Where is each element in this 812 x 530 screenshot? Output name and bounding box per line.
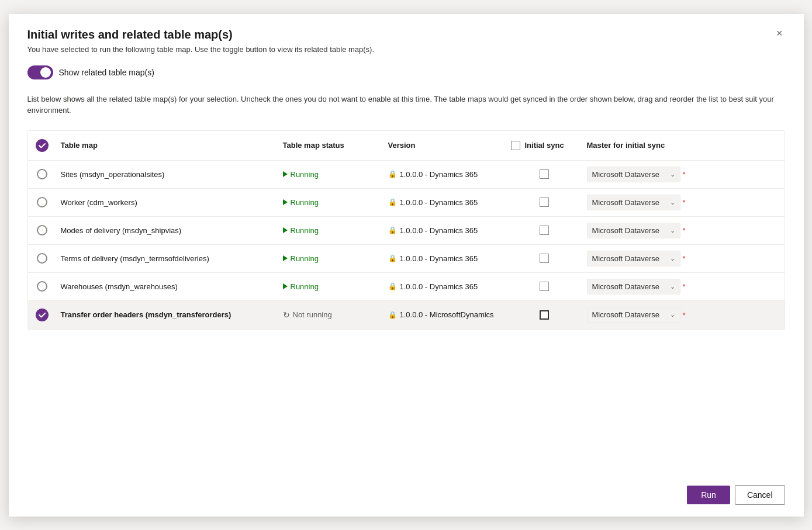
row-status-worker: Running bbox=[278, 193, 383, 212]
table-row: Terms of delivery (msdyn_termsofdeliveri… bbox=[28, 245, 785, 273]
run-button[interactable]: Run bbox=[687, 486, 730, 504]
table-row: Worker (cdm_workers) Running 🔒 1.0.0.0 -… bbox=[28, 189, 785, 217]
show-related-toggle[interactable] bbox=[27, 65, 53, 79]
play-icon-worker bbox=[283, 199, 288, 205]
toggle-label: Show related table map(s) bbox=[59, 68, 154, 77]
status-running-terms: Running bbox=[283, 254, 319, 263]
checkbox-initial-sync-terms[interactable] bbox=[540, 254, 549, 263]
red-star-worker: * bbox=[682, 198, 685, 207]
status-running-worker: Running bbox=[283, 198, 319, 207]
sync-icon-transfer: ↻ bbox=[283, 310, 290, 320]
dialog-header: Initial writes and related table map(s) … bbox=[27, 28, 785, 41]
row-version-sites: 🔒 1.0.0.0 - Dynamics 365 bbox=[383, 165, 506, 183]
table-container: Table map Table map status Version Initi… bbox=[27, 130, 785, 330]
row-check-transfer[interactable] bbox=[28, 304, 56, 326]
row-name-modes: Modes of delivery (msdyn_shipvias) bbox=[56, 221, 278, 240]
row-master-sites: Microsoft Dataverse ⌄ * bbox=[582, 162, 785, 187]
table-header: Table map Table map status Version Initi… bbox=[28, 131, 785, 161]
dropdown-master-worker[interactable]: Microsoft Dataverse ⌄ * bbox=[587, 195, 680, 210]
row-status-sites: Running bbox=[278, 165, 383, 183]
dropdown-master-sites[interactable]: Microsoft Dataverse ⌄ * bbox=[587, 167, 680, 182]
col-initial-sync: Initial sync bbox=[506, 137, 582, 154]
dialog-title: Initial writes and related table map(s) bbox=[27, 28, 233, 41]
close-button[interactable]: × bbox=[774, 28, 785, 39]
row-radio-modes[interactable] bbox=[28, 220, 56, 240]
footer: Run Cancel bbox=[687, 485, 785, 505]
col-table-map: Table map bbox=[56, 137, 278, 153]
header-initial-sync-checkbox[interactable] bbox=[511, 141, 520, 150]
row-name-worker: Worker (cdm_workers) bbox=[56, 193, 278, 212]
row-radio-sites[interactable] bbox=[28, 164, 56, 184]
dialog: Initial writes and related table map(s) … bbox=[9, 14, 804, 517]
dropdown-master-terms[interactable]: Microsoft Dataverse ⌄ * bbox=[587, 251, 680, 266]
red-star-terms: * bbox=[682, 254, 685, 263]
status-running-sites: Running bbox=[283, 170, 319, 179]
row-master-transfer: Microsoft Dataverse ⌄ * bbox=[582, 302, 785, 327]
dropdown-master-transfer[interactable]: Microsoft Dataverse ⌄ * bbox=[587, 307, 680, 323]
radio-warehouses[interactable] bbox=[37, 281, 47, 292]
row-initial-sync-warehouses[interactable] bbox=[506, 277, 582, 296]
row-version-modes: 🔒 1.0.0.0 - Dynamics 365 bbox=[383, 221, 506, 240]
row-name-transfer: Transfer order headers (msdyn_transferor… bbox=[56, 306, 278, 324]
row-master-terms: Microsoft Dataverse ⌄ * bbox=[582, 246, 785, 271]
col-status: Table map status bbox=[278, 137, 383, 153]
radio-modes[interactable] bbox=[37, 225, 47, 235]
header-select-all bbox=[28, 136, 56, 155]
radio-terms[interactable] bbox=[37, 253, 47, 264]
row-name-warehouses: Warehouses (msdyn_warehouses) bbox=[56, 278, 278, 296]
col-master: Master for initial sync bbox=[582, 137, 785, 153]
row-initial-sync-transfer[interactable] bbox=[506, 306, 582, 324]
lock-icon-terms: 🔒 bbox=[388, 254, 397, 262]
chevron-down-transfer: ⌄ bbox=[670, 311, 675, 318]
checkbox-initial-sync-transfer[interactable] bbox=[540, 310, 549, 320]
select-all-check[interactable] bbox=[36, 139, 49, 152]
checkbox-initial-sync-worker[interactable] bbox=[540, 198, 549, 207]
status-not-running-transfer: ↻ Not running bbox=[283, 310, 332, 320]
cancel-button[interactable]: Cancel bbox=[735, 485, 785, 505]
play-icon-modes bbox=[283, 227, 288, 233]
dialog-subtitle: You have selected to run the following t… bbox=[27, 45, 785, 54]
checkbox-initial-sync-modes[interactable] bbox=[540, 226, 549, 235]
lock-icon-sites: 🔒 bbox=[388, 170, 397, 178]
row-status-terms: Running bbox=[278, 250, 383, 268]
checkmark-transfer[interactable] bbox=[36, 309, 49, 321]
red-star-warehouses: * bbox=[682, 282, 685, 291]
red-star-modes: * bbox=[682, 226, 685, 235]
radio-sites[interactable] bbox=[37, 169, 47, 179]
row-initial-sync-terms[interactable] bbox=[506, 249, 582, 268]
chevron-down-worker: ⌄ bbox=[670, 199, 675, 206]
checkbox-initial-sync-sites[interactable] bbox=[540, 169, 549, 179]
play-icon-sites bbox=[283, 171, 288, 177]
col-version: Version bbox=[383, 137, 506, 153]
lock-icon-transfer: 🔒 bbox=[388, 311, 397, 319]
row-name-terms: Terms of delivery (msdyn_termsofdeliveri… bbox=[56, 250, 278, 268]
row-master-worker: Microsoft Dataverse ⌄ * bbox=[582, 190, 785, 215]
dropdown-master-modes[interactable]: Microsoft Dataverse ⌄ * bbox=[587, 223, 680, 238]
lock-icon-modes: 🔒 bbox=[388, 226, 397, 234]
chevron-down-terms: ⌄ bbox=[670, 255, 675, 262]
row-version-worker: 🔒 1.0.0.0 - Dynamics 365 bbox=[383, 193, 506, 212]
description: List below shows all the related table m… bbox=[27, 93, 785, 116]
row-master-warehouses: Microsoft Dataverse ⌄ * bbox=[582, 274, 785, 299]
row-radio-warehouses[interactable] bbox=[28, 276, 56, 296]
row-name-sites: Sites (msdyn_operationalsites) bbox=[56, 165, 278, 183]
radio-worker[interactable] bbox=[37, 197, 47, 207]
table-row-transfer: Transfer order headers (msdyn_transferor… bbox=[28, 301, 785, 329]
row-radio-terms[interactable] bbox=[28, 248, 56, 268]
row-status-transfer: ↻ Not running bbox=[278, 306, 383, 324]
row-version-terms: 🔒 1.0.0.0 - Dynamics 365 bbox=[383, 250, 506, 268]
lock-icon-warehouses: 🔒 bbox=[388, 282, 397, 290]
table-row: Warehouses (msdyn_warehouses) Running 🔒 … bbox=[28, 273, 785, 301]
red-star-transfer: * bbox=[682, 310, 685, 319]
dropdown-master-warehouses[interactable]: Microsoft Dataverse ⌄ * bbox=[587, 279, 680, 295]
lock-icon-worker: 🔒 bbox=[388, 198, 397, 206]
row-initial-sync-worker[interactable] bbox=[506, 193, 582, 212]
checkbox-initial-sync-warehouses[interactable] bbox=[540, 282, 549, 291]
play-icon-warehouses bbox=[283, 283, 288, 289]
table-row: Sites (msdyn_operationalsites) Running 🔒… bbox=[28, 161, 785, 189]
row-status-modes: Running bbox=[278, 221, 383, 240]
row-radio-worker[interactable] bbox=[28, 192, 56, 212]
row-initial-sync-sites[interactable] bbox=[506, 165, 582, 183]
table-row: Modes of delivery (msdyn_shipvias) Runni… bbox=[28, 217, 785, 245]
row-initial-sync-modes[interactable] bbox=[506, 221, 582, 240]
